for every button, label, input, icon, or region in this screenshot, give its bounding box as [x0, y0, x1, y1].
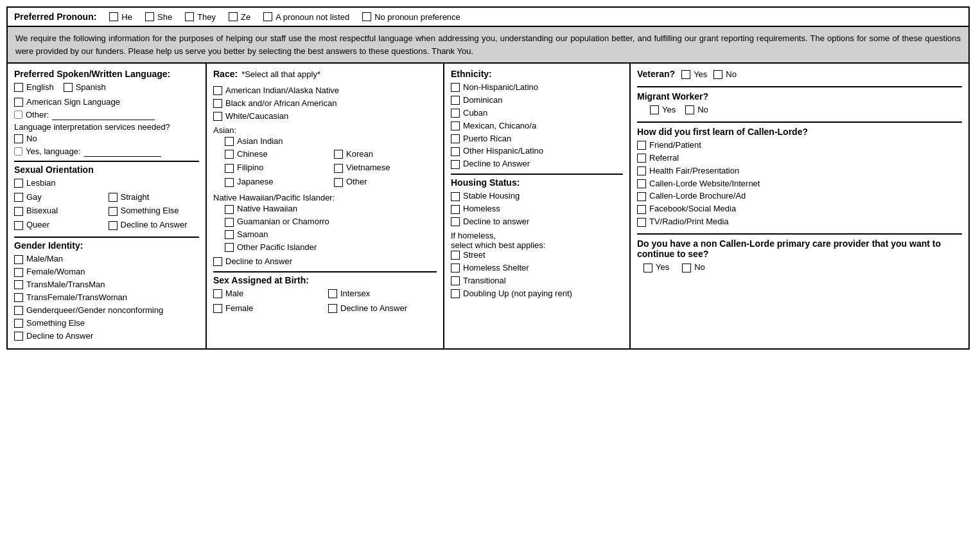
lang-other-input[interactable]: [52, 110, 155, 120]
interp-yes-input[interactable]: [84, 147, 161, 157]
pronoun-ze[interactable]: Ze: [229, 12, 250, 22]
race-vietnamese-cb[interactable]: [334, 164, 343, 173]
gender-genderqueer[interactable]: Genderqueer/Gender nonconforming: [14, 305, 199, 316]
interp-no[interactable]: No: [14, 134, 199, 145]
veteran-yes[interactable]: Yes: [681, 69, 707, 80]
gender-decline[interactable]: Decline to Answer: [14, 331, 199, 342]
lang-asl-cb[interactable]: [14, 98, 23, 107]
sexual-bisexual-cb[interactable]: [14, 207, 23, 216]
sexual-queer[interactable]: Queer: [14, 220, 105, 231]
learn-website[interactable]: Callen-Lorde Website/Internet: [637, 179, 962, 190]
pronoun-she[interactable]: She: [145, 12, 172, 22]
race-asian-indian[interactable]: Asian Indian: [225, 136, 437, 147]
learn-referral-cb[interactable]: [637, 154, 646, 163]
eth-dominican[interactable]: Dominican: [451, 95, 623, 106]
eth-other-hispanic-cb[interactable]: [451, 147, 460, 156]
learn-health-fair-cb[interactable]: [637, 166, 646, 175]
learn-facebook[interactable]: Facebook/Social Media: [637, 204, 962, 215]
homeless-transitional[interactable]: Transitional: [451, 276, 623, 287]
race-japanese-cb[interactable]: [225, 178, 234, 187]
gender-something-else-cb[interactable]: [14, 319, 23, 328]
gender-something-else[interactable]: Something Else: [14, 318, 199, 329]
eth-decline[interactable]: Decline to Answer: [451, 159, 623, 170]
migrant-no[interactable]: No: [685, 105, 708, 116]
housing-homeless-cb[interactable]: [451, 205, 460, 214]
race-japanese[interactable]: Japanese: [225, 177, 328, 188]
race-native-hawaiian[interactable]: Native Hawaiian: [225, 204, 437, 215]
housing-homeless[interactable]: Homeless: [451, 204, 623, 215]
sex-female-cb[interactable]: [213, 304, 222, 313]
gender-transmale-cb[interactable]: [14, 280, 23, 289]
homeless-shelter[interactable]: Homeless Shelter: [451, 263, 623, 274]
veteran-no[interactable]: No: [713, 69, 737, 80]
eth-non-hispanic-cb[interactable]: [451, 83, 460, 92]
race-decline[interactable]: Decline to Answer: [213, 256, 437, 267]
pronoun-ze-checkbox[interactable]: [229, 12, 238, 21]
race-samoan[interactable]: Samoan: [225, 229, 437, 240]
race-other-pacific-cb[interactable]: [225, 243, 234, 252]
migrant-yes-cb[interactable]: [650, 105, 659, 114]
homeless-doubling-up[interactable]: Doubling Up (not paying rent): [451, 289, 623, 299]
eth-non-hispanic[interactable]: Non-Hispanic/Latino: [451, 82, 623, 93]
pronoun-no-preference[interactable]: No pronoun preference: [362, 12, 460, 22]
provider-no[interactable]: No: [682, 262, 705, 273]
provider-yes[interactable]: Yes: [643, 262, 669, 273]
sex-female[interactable]: Female: [213, 303, 322, 314]
learn-tv[interactable]: TV/Radio/Print Media: [637, 217, 962, 228]
race-white-cb[interactable]: [213, 112, 222, 121]
lang-other-cb[interactable]: [14, 111, 22, 119]
pronoun-they[interactable]: They: [185, 12, 216, 22]
pronoun-not-listed[interactable]: A pronoun not listed: [263, 12, 349, 22]
housing-stable-cb[interactable]: [451, 192, 460, 201]
housing-decline[interactable]: Decline to answer: [451, 217, 623, 228]
migrant-no-cb[interactable]: [685, 105, 694, 114]
pronoun-she-checkbox[interactable]: [145, 12, 154, 21]
sexual-gay-cb[interactable]: [14, 193, 23, 202]
race-black-aa-cb[interactable]: [213, 99, 222, 108]
sex-intersex-cb[interactable]: [328, 289, 337, 298]
pronoun-he[interactable]: He: [109, 12, 132, 22]
learn-health-fair[interactable]: Health Fair/Presentation: [637, 166, 962, 177]
learn-friend-cb[interactable]: [637, 141, 646, 150]
eth-cuban-cb[interactable]: [451, 109, 460, 118]
learn-brochure-cb[interactable]: [637, 192, 646, 201]
provider-no-cb[interactable]: [682, 264, 691, 273]
interp-no-cb[interactable]: [14, 134, 23, 143]
race-chinese[interactable]: Chinese: [225, 149, 328, 160]
sex-male-cb[interactable]: [213, 289, 222, 298]
eth-mexican[interactable]: Mexican, Chicano/a: [451, 121, 623, 132]
race-korean-cb[interactable]: [334, 150, 343, 159]
gender-transmale[interactable]: TransMale/TransMan: [14, 280, 199, 290]
gender-transfemale-cb[interactable]: [14, 293, 23, 302]
lang-english[interactable]: English: [14, 82, 54, 93]
race-white[interactable]: White/Caucasian: [213, 111, 437, 122]
homeless-street[interactable]: Street: [451, 250, 623, 261]
sexual-bisexual[interactable]: Bisexual: [14, 206, 105, 217]
gender-male-man[interactable]: Male/Man: [14, 254, 199, 265]
learn-referral[interactable]: Referral: [637, 153, 962, 164]
eth-puerto-rican[interactable]: Puerto Rican: [451, 134, 623, 145]
race-guamanian-cb[interactable]: [225, 218, 234, 227]
interp-yes-cb[interactable]: [14, 147, 22, 156]
race-chinese-cb[interactable]: [225, 150, 234, 159]
veteran-no-cb[interactable]: [713, 70, 722, 79]
sexual-straight[interactable]: Straight: [109, 192, 200, 203]
eth-dominican-cb[interactable]: [451, 96, 460, 105]
sexual-queer-cb[interactable]: [14, 221, 23, 230]
lang-english-cb[interactable]: [14, 83, 23, 92]
sex-decline[interactable]: Decline to Answer: [328, 303, 437, 314]
housing-stable[interactable]: Stable Housing: [451, 191, 623, 202]
race-decline-cb[interactable]: [213, 257, 222, 266]
sex-intersex[interactable]: Intersex: [328, 289, 437, 299]
homeless-street-cb[interactable]: [451, 251, 460, 260]
learn-facebook-cb[interactable]: [637, 205, 646, 214]
pronoun-he-checkbox[interactable]: [109, 12, 118, 21]
eth-cuban[interactable]: Cuban: [451, 108, 623, 119]
sexual-lesbian[interactable]: Lesbian: [14, 178, 105, 189]
gender-genderqueer-cb[interactable]: [14, 306, 23, 315]
lang-spanish-cb[interactable]: [64, 83, 73, 92]
race-korean[interactable]: Korean: [334, 149, 437, 160]
eth-mexican-cb[interactable]: [451, 121, 460, 130]
race-filipino[interactable]: Filipino: [225, 163, 328, 174]
lang-asl[interactable]: American Sign Language: [14, 97, 199, 108]
